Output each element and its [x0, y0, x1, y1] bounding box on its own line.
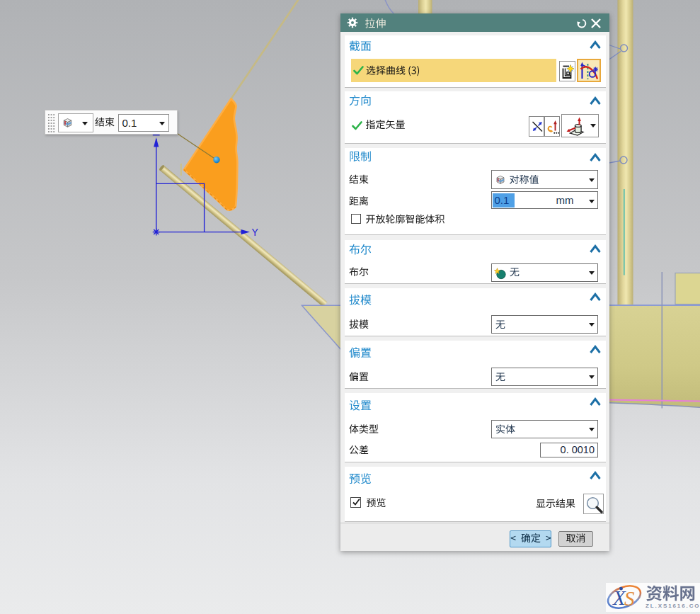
svg-text:ZL.XS1616.COM: ZL.XS1616.COM — [646, 603, 700, 609]
